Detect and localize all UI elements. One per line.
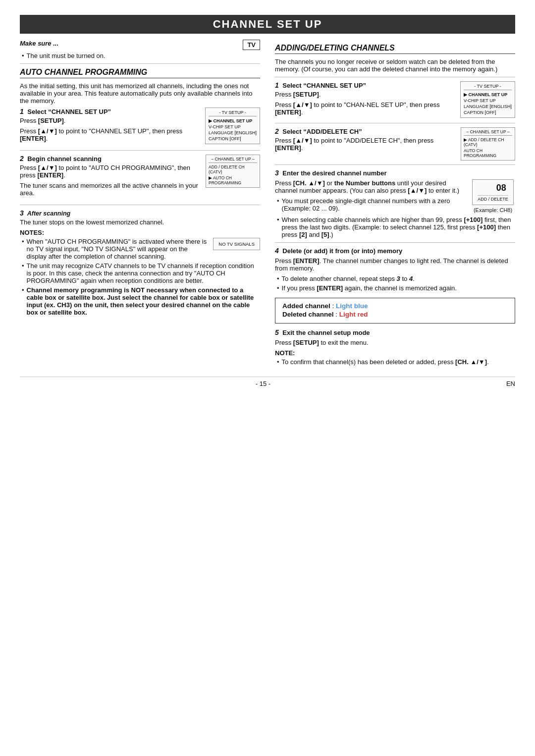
tv-badge: TV — [243, 40, 260, 50]
add-del-step5-title: Exit the channel setup mode — [282, 329, 370, 336]
adding-deleting-intro: The channels you no longer receive or se… — [275, 58, 515, 73]
add-del-step1-line2: Press [▲/▼] to point to "CHAN-NEL SET UP… — [275, 101, 455, 116]
add-del-step3-content: Press [CH. ▲/▼] or the Number buttons un… — [275, 179, 466, 214]
auto-step1-title: Select “CHANNEL SET UP” — [27, 108, 111, 115]
add-del-step3-bullet1: • You must precede single-digit channel … — [277, 197, 466, 212]
auto-step2-panel-item1: ADD / DELETE CH (CATV) — [209, 164, 257, 175]
auto-step2-panel-header: – CHANNEL SET UP – — [209, 157, 257, 163]
auto-step3-label: After scanning — [27, 210, 71, 217]
add-del-step1-content: 1 Select “CHANNEL SET UP” Press [SETUP].… — [275, 81, 455, 119]
page-title: CHANNEL SET UP — [20, 15, 515, 34]
auto-step2-line1: Press [▲/▼] to point to "AUTO CH PROGRAM… — [20, 164, 201, 179]
auto-step1-num: 1 — [20, 108, 26, 115]
auto-step2-line2: The tuner scans and memorizes all the ac… — [20, 182, 201, 197]
deleted-label: Deleted channel — [282, 311, 334, 318]
auto-note2: • The unit may recognize CATV channels t… — [22, 262, 260, 284]
add-del-step2-num: 2 — [275, 127, 281, 135]
auto-note1: • When "AUTO CH PROGRAMMING" is activate… — [22, 238, 208, 260]
make-sure-text: The unit must be turned on. — [27, 52, 106, 59]
add-del-step4-bullet2-text: If you press [ENTER] again, the channel … — [282, 284, 457, 292]
add-del-step1-item3: LANGUAGE [ENGLISH] — [464, 104, 512, 109]
auto-note3-text: Channel memory programming is NOT necess… — [27, 286, 260, 316]
add-del-step1-item1: CHANNEL SET UP — [464, 92, 512, 98]
add-del-step3-body: Press [CH. ▲/▼] or the Number buttons un… — [275, 179, 515, 214]
auto-step3-num: 3 — [20, 209, 26, 217]
auto-channel-intro: As the initial setting, this unit has me… — [20, 82, 260, 105]
footer-lang: EN — [506, 380, 515, 387]
auto-step1: 1 Select “CHANNEL SET UP” Press [SETUP].… — [20, 108, 260, 145]
add-del-step4-num: 4 — [275, 247, 281, 255]
auto-step1-panel-item1: CHANNEL SET UP — [209, 118, 257, 124]
auto-step1-panel: - TV SETUP - CHANNEL SET UP V-CHIP SET U… — [205, 108, 260, 144]
add-del-step1-panel: - TV SETUP - CHANNEL SET UP V-CHIP SET U… — [460, 81, 515, 118]
bullet-icon: • — [277, 275, 279, 282]
added-row: Added channel : Light blue — [282, 302, 508, 310]
auto-note1-text: When "AUTO CH PROGRAMMING" is activated … — [27, 238, 209, 260]
add-del-step1-title: Select “CHANNEL SET UP” — [282, 82, 366, 89]
add-del-step3-bullet2-text: When selecting cable channels which are … — [282, 216, 515, 238]
add-del-step5-note: • To confirm that channel(s) has been de… — [277, 358, 515, 366]
auto-step1-panel-item2: V-CHIP SET UP — [209, 124, 257, 130]
add-del-step4-header: 4 Delete (or add) it from (or into) memo… — [275, 247, 515, 255]
add-del-step2-panel-header: – CHANNEL SET UP – — [464, 129, 512, 136]
auto-step1-line2: Press [▲/▼] to point to "CHANNEL SET UP"… — [20, 127, 200, 142]
auto-step2-header: 2 Begin channel scanning — [20, 155, 201, 162]
bullet-icon: • — [22, 52, 24, 59]
add-del-step3-header: 3 Enter the desired channel number — [275, 169, 515, 177]
no-tv-panel: NO TV SIGNALS — [213, 238, 260, 250]
channel-number: 08 — [478, 183, 508, 193]
adding-deleting-title: ADDING/DELETING CHANNELS — [275, 44, 515, 54]
add-del-step5-note-text: To confirm that channel(s) has been dele… — [282, 358, 489, 366]
add-del-step3-bullet1-text: You must precede single-digit channel nu… — [282, 197, 466, 212]
add-del-step4-bullet2: • If you press [ENTER] again, the channe… — [277, 284, 515, 292]
auto-step2-title: Begin channel scanning — [27, 155, 102, 162]
auto-notes-label: NOTES: — [20, 229, 260, 236]
auto-channel-title: AUTO CHANNEL PROGRAMMING — [20, 68, 260, 78]
auto-step1-panel-header: - TV SETUP - — [209, 110, 257, 116]
add-del-step2-title: Select “ADD/DELETE CH” — [282, 128, 362, 135]
added-color: Light blue — [336, 302, 368, 310]
add-del-step2-item1: ADD / DELETE CH (CATV) — [464, 137, 512, 148]
footer-page-num: - 15 - — [256, 380, 270, 387]
auto-step1-header: 1 Select “CHANNEL SET UP” — [20, 108, 200, 115]
add-del-step2-content: 2 Select “ADD/DELETE CH” Press [▲/▼] to … — [275, 127, 456, 155]
add-del-step5-num: 5 — [275, 328, 281, 336]
added-label: Added channel — [282, 302, 330, 310]
bullet-icon: • — [22, 238, 24, 260]
auto-step2-panel: – CHANNEL SET UP – ADD / DELETE CH (CATV… — [206, 155, 260, 188]
add-del-step1-item4: CAPTION [OFF] — [464, 109, 512, 115]
add-del-step1-line1: Press [SETUP]. — [275, 91, 455, 98]
deleted-row: Deleted channel : Light red — [282, 311, 508, 318]
auto-step1-panel-item4: CAPTION [OFF] — [209, 136, 257, 142]
right-column: ADDING/DELETING CHANNELS The channels yo… — [275, 40, 515, 368]
add-del-step3-title: Enter the desired channel number — [282, 169, 386, 177]
auto-step2-num: 2 — [20, 155, 26, 162]
add-del-step2-panel: – CHANNEL SET UP – ADD / DELETE CH (CATV… — [461, 127, 515, 161]
bullet-icon: • — [22, 286, 24, 316]
bullet-icon: • — [277, 284, 279, 292]
add-del-step5-note-label: NOTE: — [275, 349, 515, 357]
deleted-color: Light red — [339, 311, 368, 318]
bullet-icon: • — [277, 197, 279, 212]
auto-note2-text: The unit may recognize CATV channels to … — [27, 262, 260, 284]
deleted-colon: : — [335, 311, 339, 318]
add-del-step4-title: Delete (or add) it from (or into) memory — [282, 247, 402, 255]
make-sure-bullet: • The unit must be turned on. — [22, 52, 260, 59]
channel-display-area: 08 ADD / DELETE (Example: CH8) — [471, 179, 515, 213]
add-del-step2-header: 2 Select “ADD/DELETE CH” — [275, 127, 456, 135]
bullet-icon: • — [22, 262, 24, 284]
added-colon: : — [332, 302, 336, 310]
add-del-step4-bullet1: • To delete another channel, repeat step… — [277, 275, 515, 282]
no-tv-text: NO TV SIGNALS — [218, 241, 255, 247]
channel-num-display: 08 ADD / DELETE — [472, 179, 514, 205]
added-deleted-box: Added channel : Light blue Deleted chann… — [275, 298, 515, 324]
auto-step1-content: 1 Select “CHANNEL SET UP” Press [SETUP].… — [20, 108, 200, 145]
add-del-step2-item2: AUTO CH PROGRAMMING — [464, 148, 512, 159]
add-del-step1-header: 1 Select “CHANNEL SET UP” — [275, 81, 455, 89]
auto-notes-list: • When "AUTO CH PROGRAMMING" is activate… — [20, 238, 208, 262]
add-del-step1-panel-header: - TV SETUP - — [464, 84, 512, 90]
auto-step2-content: 2 Begin channel scanning Press [▲/▼] to … — [20, 155, 201, 200]
add-del-step2-line1: Press [▲/▼] to point to "ADD/DELETE CH",… — [275, 137, 456, 152]
left-column: Make sure ... TV • The unit must be turn… — [20, 40, 260, 368]
auto-step2-panel-item2: AUTO CH PROGRAMMING — [209, 175, 257, 186]
